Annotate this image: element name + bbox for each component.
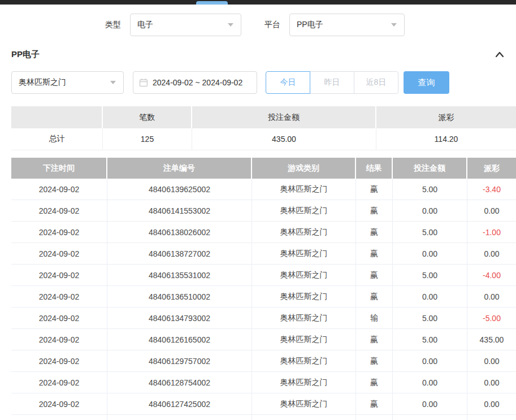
cell-order-number: 48406129757002 (107, 350, 252, 371)
cell-bet-amount: 5.00 (393, 415, 467, 420)
quick-button-yesterday[interactable]: 昨日 (310, 71, 354, 94)
date-range-value: 2024-09-02 ~ 2024-09-02 (153, 78, 242, 87)
cell-game-category: 奥林匹斯之门 (252, 393, 356, 414)
cell-payout: -5.00 (467, 308, 516, 328)
table-row: 2024-09-0248406136510002奥林匹斯之门赢0.000.00 (11, 286, 516, 308)
active-tab-indicator[interactable] (196, 1, 228, 5)
cell-order-number: 48406138727002 (107, 243, 252, 264)
summary-header-empty (11, 106, 103, 128)
table-row: 2024-09-0248406135531002奥林匹斯之门赢5.00-4.00 (11, 265, 516, 286)
summary-header-bet-amount: 投注金额 (192, 106, 376, 128)
cell-order-number: 48406141553002 (107, 200, 252, 221)
bet-header-bet-amount: 投注金额 (393, 158, 467, 179)
cell-bet-time: 2024-09-02 (11, 200, 107, 221)
cell-result: 输 (356, 308, 393, 328)
cell-result: 赢 (356, 350, 393, 371)
cell-payout: 0.00 (467, 350, 516, 371)
section-header: PP电子 (11, 49, 505, 60)
cell-bet-amount: 5.00 (393, 265, 467, 285)
bet-header-order-number: 注单编号 (107, 158, 252, 179)
cell-bet-time: 2024-09-02 (11, 222, 107, 243)
summary-header-count: 笔数 (103, 106, 192, 128)
quick-button-group: 今日昨日近8日 (266, 71, 398, 94)
platform-label: 平台 (264, 20, 280, 30)
cell-bet-time: 2024-09-02 (11, 329, 107, 350)
cell-payout: 435.00 (467, 329, 516, 350)
platform-select-value: PP电子 (297, 20, 323, 30)
cell-bet-time: 2024-09-02 (11, 415, 107, 420)
table-row: 2024-09-0248406139625002奥林匹斯之门赢5.00-3.40 (11, 179, 516, 200)
section-title: PP电子 (11, 49, 40, 60)
collapse-chevron-up-icon[interactable] (495, 50, 505, 60)
cell-bet-time: 2024-09-02 (11, 286, 107, 307)
cell-result: 赢 (356, 243, 393, 264)
cell-bet-amount: 0.00 (393, 393, 467, 414)
cell-order-number: 48406139625002 (107, 179, 252, 200)
cell-payout: 0.00 (467, 393, 516, 414)
cell-payout: 0.00 (467, 243, 516, 264)
cell-game-category: 奥林匹斯之门 (252, 179, 356, 200)
cell-order-number: 48406126165002 (107, 329, 252, 350)
cell-game-category: 奥林匹斯之门 (252, 372, 356, 393)
cell-result: 赢 (356, 265, 393, 285)
cell-bet-amount: 0.00 (393, 350, 467, 371)
controls-row: 奥林匹斯之门 2024-09-02 ~ 2024-09-02 今日昨日近8日 查… (11, 71, 516, 94)
cell-result: 赢 (356, 200, 393, 221)
bet-table-body: 2024-09-0248406139625002奥林匹斯之门赢5.00-3.40… (11, 179, 516, 420)
game-select[interactable]: 奥林匹斯之门 (11, 71, 124, 94)
cell-payout: -4.00 (467, 265, 516, 285)
table-row: 2024-09-0248406127425002奥林匹斯之门赢0.000.00 (11, 393, 516, 415)
type-select[interactable]: 电子 (130, 14, 241, 36)
bet-header-result: 结果 (356, 158, 393, 179)
search-button[interactable]: 查询 (404, 71, 449, 94)
cell-bet-amount: 5.00 (393, 179, 467, 200)
cell-result: 输 (356, 415, 393, 420)
summary-total-count: 125 (103, 128, 192, 150)
cell-game-category: 奥林匹斯之门 (252, 265, 356, 285)
cell-payout: 0.00 (467, 286, 516, 307)
cell-payout: -1.00 (467, 222, 516, 243)
cell-game-category: 奥林匹斯之门 (252, 308, 356, 328)
summary-total-payout: 114.20 (376, 128, 516, 150)
cell-result: 赢 (356, 372, 393, 393)
summary-total-row: 总计 125 435.00 114.20 (11, 128, 516, 150)
cell-game-category: 奥林匹斯之门 (252, 222, 356, 243)
chevron-down-icon (228, 23, 233, 27)
cell-payout: -5.00 (467, 415, 516, 420)
browser-tab-strip (0, 0, 516, 5)
cell-order-number: 48406134793002 (107, 308, 252, 328)
cell-bet-time: 2024-09-02 (11, 265, 107, 285)
cell-bet-time: 2024-09-02 (11, 243, 107, 264)
cell-bet-amount: 0.00 (393, 372, 467, 393)
cell-bet-amount: 0.00 (393, 286, 467, 307)
platform-select[interactable]: PP电子 (289, 14, 405, 36)
cell-game-category: 奥林匹斯之门 (252, 243, 356, 264)
cell-game-category: 奥林匹斯之门 (252, 350, 356, 371)
table-row: 2024-09-0248406126165002奥林匹斯之门赢5.00435.0… (11, 329, 516, 350)
cell-game-category: 奥林匹斯之门 (252, 415, 356, 420)
cell-order-number: 48406127425002 (107, 393, 252, 414)
summary-header-payout: 派彩 (376, 106, 516, 128)
cell-game-category: 奥林匹斯之门 (252, 329, 356, 350)
cell-order-number: 48406128754002 (107, 372, 252, 393)
table-row: 2024-09-0248406138026002奥林匹斯之门赢5.00-1.00 (11, 222, 516, 243)
cell-bet-time: 2024-09-02 (11, 393, 107, 414)
cell-bet-time: 2024-09-02 (11, 179, 107, 200)
cell-bet-amount: 5.00 (393, 308, 467, 328)
cell-bet-amount: 0.00 (393, 243, 467, 264)
cell-payout: 0.00 (467, 200, 516, 221)
cell-result: 赢 (356, 393, 393, 414)
cell-result: 赢 (356, 222, 393, 243)
cell-payout: 0.00 (467, 372, 516, 393)
bet-header-game-category: 游戏类别 (252, 158, 356, 179)
cell-result: 赢 (356, 286, 393, 307)
cell-bet-time: 2024-09-02 (11, 350, 107, 371)
cell-order-number: 48406135531002 (107, 265, 252, 285)
table-row: 2024-09-0248406134793002奥林匹斯之门输5.00-5.00 (11, 308, 516, 329)
cell-bet-time: 2024-09-02 (11, 308, 107, 328)
quick-button-last-8-days[interactable]: 近8日 (354, 71, 398, 94)
cell-game-category: 奥林匹斯之门 (252, 286, 356, 307)
quick-button-today[interactable]: 今日 (266, 71, 310, 94)
date-range-input[interactable]: 2024-09-02 ~ 2024-09-02 (133, 71, 257, 94)
summary-total-label: 总计 (11, 128, 103, 150)
